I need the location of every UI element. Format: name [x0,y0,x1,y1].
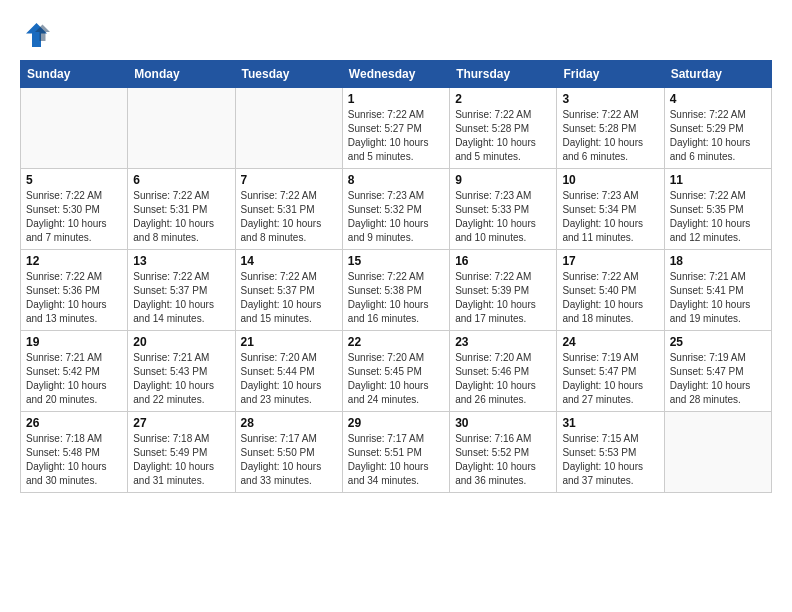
day-info: Sunrise: 7:20 AM Sunset: 5:46 PM Dayligh… [455,351,551,407]
logo-icon [20,20,50,50]
day-info: Sunrise: 7:23 AM Sunset: 5:34 PM Dayligh… [562,189,658,245]
day-number: 7 [241,173,337,187]
weekday-header-row: SundayMondayTuesdayWednesdayThursdayFrid… [21,61,772,88]
day-info: Sunrise: 7:21 AM Sunset: 5:43 PM Dayligh… [133,351,229,407]
day-info: Sunrise: 7:22 AM Sunset: 5:37 PM Dayligh… [241,270,337,326]
day-number: 12 [26,254,122,268]
day-info: Sunrise: 7:22 AM Sunset: 5:30 PM Dayligh… [26,189,122,245]
day-number: 10 [562,173,658,187]
day-cell [128,88,235,169]
day-info: Sunrise: 7:22 AM Sunset: 5:28 PM Dayligh… [455,108,551,164]
day-cell: 31Sunrise: 7:15 AM Sunset: 5:53 PM Dayli… [557,412,664,493]
week-row-1: 1Sunrise: 7:22 AM Sunset: 5:27 PM Daylig… [21,88,772,169]
day-number: 11 [670,173,766,187]
day-cell: 12Sunrise: 7:22 AM Sunset: 5:36 PM Dayli… [21,250,128,331]
week-row-4: 19Sunrise: 7:21 AM Sunset: 5:42 PM Dayli… [21,331,772,412]
day-info: Sunrise: 7:17 AM Sunset: 5:50 PM Dayligh… [241,432,337,488]
day-number: 24 [562,335,658,349]
day-info: Sunrise: 7:22 AM Sunset: 5:28 PM Dayligh… [562,108,658,164]
calendar-table: SundayMondayTuesdayWednesdayThursdayFrid… [20,60,772,493]
week-row-5: 26Sunrise: 7:18 AM Sunset: 5:48 PM Dayli… [21,412,772,493]
day-cell: 13Sunrise: 7:22 AM Sunset: 5:37 PM Dayli… [128,250,235,331]
day-number: 13 [133,254,229,268]
day-number: 3 [562,92,658,106]
weekday-wednesday: Wednesday [342,61,449,88]
day-number: 19 [26,335,122,349]
day-number: 25 [670,335,766,349]
day-cell: 18Sunrise: 7:21 AM Sunset: 5:41 PM Dayli… [664,250,771,331]
day-cell: 17Sunrise: 7:22 AM Sunset: 5:40 PM Dayli… [557,250,664,331]
day-cell: 21Sunrise: 7:20 AM Sunset: 5:44 PM Dayli… [235,331,342,412]
day-info: Sunrise: 7:22 AM Sunset: 5:31 PM Dayligh… [133,189,229,245]
page: SundayMondayTuesdayWednesdayThursdayFrid… [0,0,792,503]
day-number: 18 [670,254,766,268]
day-number: 15 [348,254,444,268]
day-number: 30 [455,416,551,430]
day-info: Sunrise: 7:22 AM Sunset: 5:29 PM Dayligh… [670,108,766,164]
day-info: Sunrise: 7:17 AM Sunset: 5:51 PM Dayligh… [348,432,444,488]
day-number: 23 [455,335,551,349]
day-number: 26 [26,416,122,430]
day-cell: 4Sunrise: 7:22 AM Sunset: 5:29 PM Daylig… [664,88,771,169]
day-cell: 30Sunrise: 7:16 AM Sunset: 5:52 PM Dayli… [450,412,557,493]
day-number: 20 [133,335,229,349]
day-info: Sunrise: 7:18 AM Sunset: 5:49 PM Dayligh… [133,432,229,488]
logo [20,20,54,50]
day-cell: 26Sunrise: 7:18 AM Sunset: 5:48 PM Dayli… [21,412,128,493]
day-cell [664,412,771,493]
day-info: Sunrise: 7:16 AM Sunset: 5:52 PM Dayligh… [455,432,551,488]
day-cell: 3Sunrise: 7:22 AM Sunset: 5:28 PM Daylig… [557,88,664,169]
day-number: 5 [26,173,122,187]
day-number: 14 [241,254,337,268]
day-cell: 8Sunrise: 7:23 AM Sunset: 5:32 PM Daylig… [342,169,449,250]
day-cell: 6Sunrise: 7:22 AM Sunset: 5:31 PM Daylig… [128,169,235,250]
day-number: 4 [670,92,766,106]
day-info: Sunrise: 7:22 AM Sunset: 5:38 PM Dayligh… [348,270,444,326]
day-cell: 24Sunrise: 7:19 AM Sunset: 5:47 PM Dayli… [557,331,664,412]
week-row-3: 12Sunrise: 7:22 AM Sunset: 5:36 PM Dayli… [21,250,772,331]
day-cell: 19Sunrise: 7:21 AM Sunset: 5:42 PM Dayli… [21,331,128,412]
weekday-saturday: Saturday [664,61,771,88]
weekday-monday: Monday [128,61,235,88]
day-number: 31 [562,416,658,430]
day-cell: 15Sunrise: 7:22 AM Sunset: 5:38 PM Dayli… [342,250,449,331]
day-info: Sunrise: 7:22 AM Sunset: 5:40 PM Dayligh… [562,270,658,326]
day-number: 6 [133,173,229,187]
day-info: Sunrise: 7:23 AM Sunset: 5:32 PM Dayligh… [348,189,444,245]
day-number: 17 [562,254,658,268]
day-cell: 23Sunrise: 7:20 AM Sunset: 5:46 PM Dayli… [450,331,557,412]
day-number: 27 [133,416,229,430]
day-info: Sunrise: 7:22 AM Sunset: 5:35 PM Dayligh… [670,189,766,245]
day-cell: 9Sunrise: 7:23 AM Sunset: 5:33 PM Daylig… [450,169,557,250]
day-info: Sunrise: 7:19 AM Sunset: 5:47 PM Dayligh… [670,351,766,407]
weekday-thursday: Thursday [450,61,557,88]
day-info: Sunrise: 7:20 AM Sunset: 5:44 PM Dayligh… [241,351,337,407]
day-cell: 25Sunrise: 7:19 AM Sunset: 5:47 PM Dayli… [664,331,771,412]
day-cell: 2Sunrise: 7:22 AM Sunset: 5:28 PM Daylig… [450,88,557,169]
header [20,20,772,50]
day-cell: 11Sunrise: 7:22 AM Sunset: 5:35 PM Dayli… [664,169,771,250]
weekday-friday: Friday [557,61,664,88]
day-info: Sunrise: 7:22 AM Sunset: 5:31 PM Dayligh… [241,189,337,245]
day-info: Sunrise: 7:22 AM Sunset: 5:27 PM Dayligh… [348,108,444,164]
day-cell: 20Sunrise: 7:21 AM Sunset: 5:43 PM Dayli… [128,331,235,412]
day-number: 8 [348,173,444,187]
day-cell: 14Sunrise: 7:22 AM Sunset: 5:37 PM Dayli… [235,250,342,331]
day-cell: 16Sunrise: 7:22 AM Sunset: 5:39 PM Dayli… [450,250,557,331]
day-info: Sunrise: 7:22 AM Sunset: 5:36 PM Dayligh… [26,270,122,326]
day-cell [235,88,342,169]
day-info: Sunrise: 7:19 AM Sunset: 5:47 PM Dayligh… [562,351,658,407]
day-number: 16 [455,254,551,268]
week-row-2: 5Sunrise: 7:22 AM Sunset: 5:30 PM Daylig… [21,169,772,250]
day-info: Sunrise: 7:21 AM Sunset: 5:42 PM Dayligh… [26,351,122,407]
day-info: Sunrise: 7:15 AM Sunset: 5:53 PM Dayligh… [562,432,658,488]
day-info: Sunrise: 7:23 AM Sunset: 5:33 PM Dayligh… [455,189,551,245]
day-cell [21,88,128,169]
day-info: Sunrise: 7:20 AM Sunset: 5:45 PM Dayligh… [348,351,444,407]
day-number: 2 [455,92,551,106]
day-cell: 7Sunrise: 7:22 AM Sunset: 5:31 PM Daylig… [235,169,342,250]
day-cell: 22Sunrise: 7:20 AM Sunset: 5:45 PM Dayli… [342,331,449,412]
day-info: Sunrise: 7:18 AM Sunset: 5:48 PM Dayligh… [26,432,122,488]
day-info: Sunrise: 7:21 AM Sunset: 5:41 PM Dayligh… [670,270,766,326]
day-number: 29 [348,416,444,430]
